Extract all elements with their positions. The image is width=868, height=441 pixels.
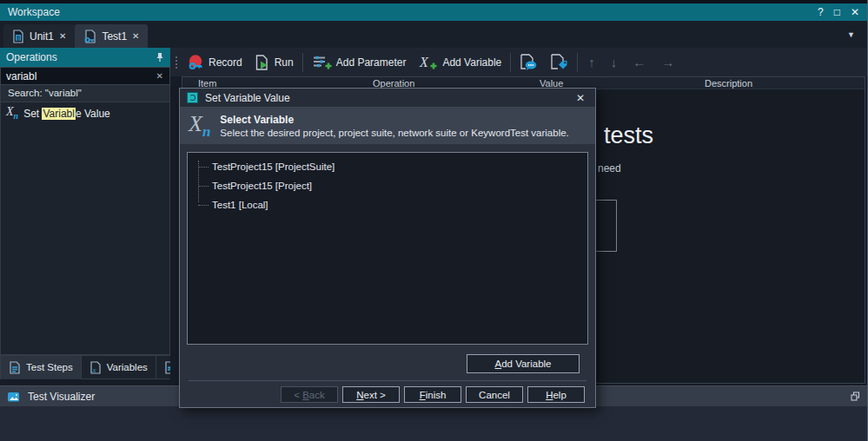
add-parameter-label: Add Parameter bbox=[336, 56, 407, 69]
svg-text:X: X bbox=[419, 55, 429, 69]
keyword-test-icon bbox=[83, 30, 96, 43]
operation-item-set-variable-value[interactable]: Xn Set Variable Value bbox=[1, 102, 169, 124]
search-clear-icon[interactable]: ✕ bbox=[150, 71, 169, 81]
next-button[interactable]: Next > bbox=[342, 386, 400, 403]
set-variable-value-icon bbox=[187, 92, 198, 103]
indent-icon[interactable]: → bbox=[653, 55, 682, 69]
welcome-text-fragment: need bbox=[598, 162, 621, 174]
add-parameter-button[interactable]: Add Parameter bbox=[306, 50, 413, 75]
tab-label: Test1 bbox=[102, 30, 127, 43]
move-up-icon[interactable]: ↑ bbox=[580, 55, 603, 69]
operations-search-input[interactable] bbox=[1, 70, 150, 82]
tree-item-project[interactable]: TestProject15 [Project] bbox=[188, 176, 587, 195]
tab-variables[interactable]: x Variables bbox=[82, 355, 156, 379]
operations-panel: Operations ✕ Search: "variabl" Xn Set Va… bbox=[0, 48, 170, 379]
record-label: Record bbox=[209, 56, 242, 69]
back-button[interactable]: < Back bbox=[281, 386, 338, 403]
toolbar-grip-handle[interactable] bbox=[176, 56, 177, 69]
test-steps-doc-icon bbox=[9, 361, 21, 374]
add-variable-icon: X bbox=[418, 55, 438, 70]
tab-test1[interactable]: Test1 ✕ bbox=[75, 24, 148, 48]
toolbar-separator bbox=[302, 53, 303, 72]
dialog-close-icon[interactable]: ✕ bbox=[573, 92, 588, 104]
welcome-heading-fragment: tests bbox=[604, 122, 653, 149]
tab-label: Variables bbox=[107, 362, 148, 372]
workspace-body: Operations ✕ Search: "variabl" Xn Set Va… bbox=[0, 48, 867, 441]
set-variable-value-dialog: Set Variable Value ✕ Xn Select Variable … bbox=[179, 88, 596, 408]
variable-scope-tree: TestProject15 [ProjectSuite] TestProject… bbox=[187, 152, 588, 345]
outdent-icon[interactable]: ← bbox=[625, 55, 653, 69]
operations-search-box: ✕ bbox=[0, 67, 170, 85]
record-button[interactable]: Record bbox=[181, 50, 248, 75]
record-icon bbox=[187, 55, 204, 70]
dialog-title: Set Variable Value bbox=[205, 92, 290, 104]
document-tab-bar: Unit1 ✕ Test1 ✕ ▼ bbox=[0, 21, 867, 48]
operations-panel-header: Operations bbox=[0, 48, 170, 67]
tab-label: Unit1 bbox=[30, 30, 54, 43]
move-down-icon[interactable]: ↓ bbox=[603, 55, 626, 69]
dialog-step-description: Select the desired project, project suit… bbox=[220, 128, 568, 138]
toolbar-separator bbox=[510, 53, 511, 72]
variables-doc-icon: x bbox=[89, 361, 102, 374]
tab-close-icon[interactable]: ✕ bbox=[132, 31, 139, 41]
help-icon[interactable]: ? bbox=[818, 6, 824, 18]
tab-overflow-chevron-icon[interactable]: ▼ bbox=[847, 30, 855, 39]
run-icon bbox=[255, 55, 270, 70]
operations-panel-title: Operations bbox=[6, 51, 57, 63]
search-results-header: Search: "variabl" bbox=[1, 85, 169, 102]
svg-text:x: x bbox=[91, 365, 96, 373]
keyword-test-toolbar: Record Run Add Parameter bbox=[170, 48, 867, 76]
visualizer-image-icon bbox=[7, 391, 21, 403]
column-header-description[interactable]: Description bbox=[705, 78, 752, 89]
add-comment-button[interactable] bbox=[514, 50, 544, 75]
window-titlebar: Workspace ? □ ✕ bbox=[0, 3, 867, 21]
dialog-separator bbox=[189, 380, 586, 381]
dialog-step-title: Select Variable bbox=[220, 114, 568, 126]
dialog-button-row: < Back Next > Finish Cancel Help bbox=[180, 386, 595, 403]
close-icon[interactable]: ✕ bbox=[851, 6, 859, 18]
add-label-button[interactable] bbox=[544, 50, 574, 75]
maximize-icon[interactable]: □ bbox=[834, 6, 840, 18]
add-variable-label: Add Variable bbox=[442, 56, 501, 69]
dialog-titlebar[interactable]: Set Variable Value ✕ bbox=[180, 89, 595, 108]
tree-item-projectsuite[interactable]: TestProject15 [ProjectSuite] bbox=[188, 157, 587, 176]
comment-doc-icon bbox=[520, 54, 538, 70]
cancel-button[interactable]: Cancel bbox=[466, 386, 523, 403]
add-variable-dialog-button[interactable]: Add Variable bbox=[467, 354, 580, 373]
variable-xn-icon: Xn bbox=[6, 106, 18, 121]
run-label: Run bbox=[275, 56, 294, 69]
window-title: Workspace bbox=[8, 6, 60, 18]
pin-icon[interactable] bbox=[156, 52, 164, 63]
tab-test-steps[interactable]: Test Steps bbox=[0, 355, 82, 379]
run-button[interactable]: Run bbox=[248, 50, 300, 75]
help-button[interactable]: Help bbox=[527, 386, 585, 403]
dialog-header-banner: Xn Select Variable Select the desired pr… bbox=[180, 108, 595, 145]
operation-item-label: Set Variable Value bbox=[23, 108, 110, 120]
app-window: Workspace ? □ ✕ Unit1 ✕ Test1 ✕ ▼ O bbox=[0, 0, 868, 441]
add-variable-button[interactable]: X Add Variable bbox=[412, 50, 507, 75]
bottom-strip bbox=[0, 406, 867, 441]
float-panel-icon[interactable] bbox=[851, 392, 860, 401]
tab-close-icon[interactable]: ✕ bbox=[59, 31, 66, 41]
tab-label: Test Steps bbox=[26, 362, 73, 372]
tab-unit1[interactable]: Unit1 ✕ bbox=[3, 24, 75, 48]
tree-item-local[interactable]: Test1 [Local] bbox=[188, 195, 587, 214]
finish-button[interactable]: Finish bbox=[404, 386, 461, 403]
tag-doc-icon bbox=[550, 54, 568, 70]
operations-search-results: Search: "variabl" Xn Set Variable Value bbox=[0, 85, 170, 355]
add-parameter-icon bbox=[312, 55, 332, 70]
toolbar-separator bbox=[577, 53, 578, 72]
visualizer-label: Test Visualizer bbox=[28, 391, 95, 403]
variable-xn-icon-large: Xn bbox=[189, 113, 210, 139]
unit-doc-icon bbox=[12, 30, 24, 43]
editor-bottom-tabs: Test Steps x Variables Parame bbox=[0, 355, 177, 379]
